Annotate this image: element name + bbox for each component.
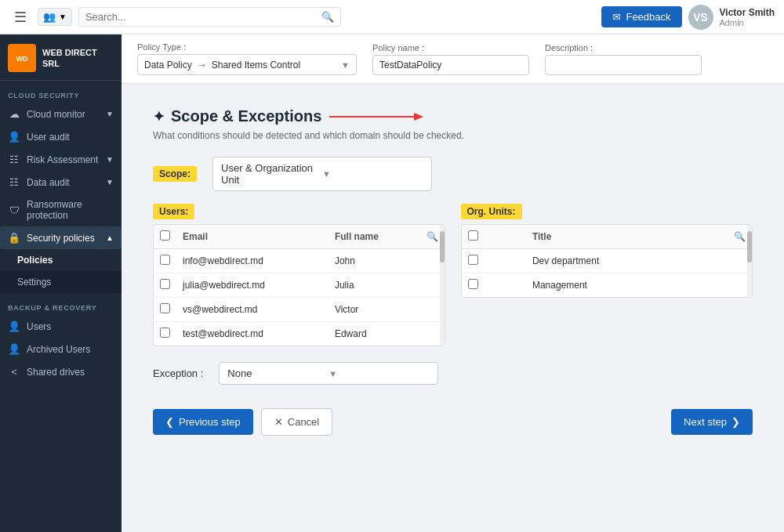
- hamburger-icon[interactable]: ☰: [9, 5, 31, 29]
- search-org-icon[interactable]: 🔍: [734, 231, 746, 242]
- sidebar-item-risk-assessment[interactable]: ☷ Risk Assessment ▼: [0, 148, 122, 171]
- chevron-down-icon: ▼: [322, 169, 423, 179]
- svg-marker-3: [414, 113, 423, 121]
- policy-header: Policy Type : Data Policy → Shared Items…: [122, 34, 784, 84]
- org-title: Management: [526, 273, 752, 298]
- users-label: Users:: [153, 204, 194, 219]
- feedback-button[interactable]: ✉ Feedback: [601, 6, 681, 27]
- search-icon: 🔍: [321, 11, 334, 23]
- user-fullname: Julia: [328, 273, 445, 298]
- list-item: Dev department: [462, 249, 753, 273]
- users-section: Users: Email: [153, 204, 445, 346]
- scope-row: Scope: User & Organization Unit ▼: [153, 157, 753, 191]
- topnav: ☰ 👥 ▼ 🔍 ✉ Feedback VS Victor Smith Admin: [0, 0, 784, 34]
- org-table-wrap: Title 🔍 Dev department Management: [461, 224, 753, 298]
- avatar-image: VS: [688, 5, 713, 30]
- search-users-icon[interactable]: 🔍: [423, 231, 438, 242]
- select-all-header: [154, 225, 176, 249]
- drive-icon: <: [8, 366, 20, 378]
- policy-desc-input[interactable]: [545, 55, 702, 75]
- exception-label: Exception :: [153, 367, 203, 379]
- next-step-button[interactable]: Next step ❯: [671, 409, 753, 435]
- table-row: test@webdirect.md Edward: [154, 322, 445, 346]
- left-arrow-icon: ❮: [165, 416, 174, 428]
- shield-icon: 🛡: [8, 204, 20, 216]
- security-policies-submenu: Policies Settings: [0, 249, 122, 293]
- search-bar[interactable]: 🔍: [78, 7, 341, 27]
- feedback-icon: ✉: [612, 11, 621, 23]
- cancel-button[interactable]: ✕ Cancel: [261, 408, 332, 436]
- brand: WD WEB DIRECT SRL: [0, 34, 122, 81]
- org-checkbox[interactable]: [468, 279, 478, 289]
- policy-name-input[interactable]: [372, 55, 529, 75]
- policy-type-label: Policy Type :: [137, 42, 357, 52]
- sidebar-item-archived-users[interactable]: 👤 Archived Users: [0, 338, 122, 360]
- list-item: Management: [462, 273, 753, 298]
- org-checkbox[interactable]: [468, 255, 478, 265]
- lock-icon: 🔒: [8, 232, 20, 244]
- title-col-header: Title 🔍: [526, 225, 752, 249]
- policy-name-field: Policy name :: [372, 43, 529, 75]
- sidebar-item-ransomware[interactable]: 🛡 Ransomware protection: [0, 194, 122, 226]
- user-email: test@webdirect.md: [176, 322, 328, 346]
- users-table-wrap: Email Full name 🔍: [153, 224, 445, 346]
- sidebar-item-user-audit[interactable]: 👤 User audit: [0, 125, 122, 148]
- prev-step-button[interactable]: ❮ Previous step: [153, 409, 253, 435]
- sidebar-item-data-audit[interactable]: ☷ Data audit ▼: [0, 171, 122, 194]
- user-avatar[interactable]: VS Victor Smith Admin: [688, 5, 775, 30]
- user-group-icon[interactable]: 👥 ▼: [38, 8, 72, 26]
- user-checkbox[interactable]: [160, 303, 170, 313]
- user-checkbox[interactable]: [160, 279, 170, 289]
- chevron-down-icon: ▼: [106, 155, 114, 164]
- user-role: Admin: [720, 18, 775, 27]
- policy-type-field: Policy Type : Data Policy → Shared Items…: [137, 42, 357, 75]
- backup-recovery-section: BACKUP & RECOVERY: [0, 293, 122, 315]
- chevron-down-icon: ▼: [341, 60, 350, 70]
- search-input[interactable]: [85, 11, 321, 23]
- arrow-icon: →: [197, 59, 207, 71]
- brand-logo: WD: [8, 44, 36, 72]
- page-title-row: ✦ Scope & Exceptions: [153, 107, 753, 125]
- content-area: ✦ Scope & Exceptions What conditions sho…: [122, 84, 784, 532]
- user-email: vs@webdirect.md: [176, 298, 328, 322]
- sidebar-item-settings[interactable]: Settings: [0, 271, 122, 293]
- scope-label: Scope:: [153, 166, 197, 182]
- sidebar-item-shared-drives[interactable]: < Shared drives: [0, 360, 122, 383]
- user-fullname: Victor: [328, 298, 445, 322]
- org-title: Dev department: [526, 249, 752, 273]
- fullname-col-header: Full name 🔍: [328, 225, 445, 249]
- sidebar-item-policies[interactable]: Policies: [0, 249, 122, 271]
- sidebar-item-security-policies[interactable]: 🔒 Security policies ▲: [0, 226, 122, 249]
- table-row: info@webdirect.md John: [154, 249, 445, 273]
- user-name: Victor Smith: [720, 7, 775, 18]
- archive-icon: 👤: [8, 343, 20, 355]
- cloud-icon: ☁: [8, 108, 20, 120]
- brand-name: WEB DIRECT SRL: [42, 47, 114, 70]
- scope-icon: ✦: [153, 108, 165, 125]
- svg-text:WD: WD: [16, 55, 28, 63]
- user-checkbox[interactable]: [160, 328, 170, 338]
- scope-select[interactable]: User & Organization Unit ▼: [212, 157, 432, 191]
- grid-icon: ☷: [8, 154, 20, 165]
- org-scrollbar[interactable]: [747, 225, 752, 297]
- buttons-row: ❮ Previous step ✕ Cancel Next step ❯: [153, 408, 753, 436]
- org-units-label: Org. Units:: [461, 204, 522, 219]
- org-units-section: Org. Units: Title: [461, 204, 753, 346]
- exception-select[interactable]: None ▼: [219, 362, 438, 385]
- policy-name-label: Policy name :: [372, 43, 529, 52]
- chevron-up-icon: ▲: [106, 233, 114, 242]
- table-row: julia@webdirect.md Julia: [154, 273, 445, 298]
- sidebar-item-users[interactable]: 👤 Users: [0, 315, 122, 338]
- select-all-checkbox[interactable]: [160, 230, 170, 241]
- user-fullname: Edward: [328, 322, 445, 346]
- chevron-down-icon: ▼: [106, 110, 114, 118]
- org-table: Title 🔍 Dev department Management: [462, 225, 753, 297]
- close-icon: ✕: [274, 416, 283, 428]
- sidebar-item-cloud-monitor[interactable]: ☁ Cloud monitor ▼: [0, 103, 122, 125]
- users-scrollbar[interactable]: [440, 225, 445, 346]
- user-checkbox[interactable]: [160, 255, 170, 265]
- chevron-down-icon: ▼: [106, 178, 114, 186]
- users-table: Email Full name 🔍: [154, 225, 445, 346]
- select-all-org-checkbox[interactable]: [468, 230, 478, 241]
- policy-type-select[interactable]: Data Policy → Shared Items Control ▼: [137, 54, 357, 75]
